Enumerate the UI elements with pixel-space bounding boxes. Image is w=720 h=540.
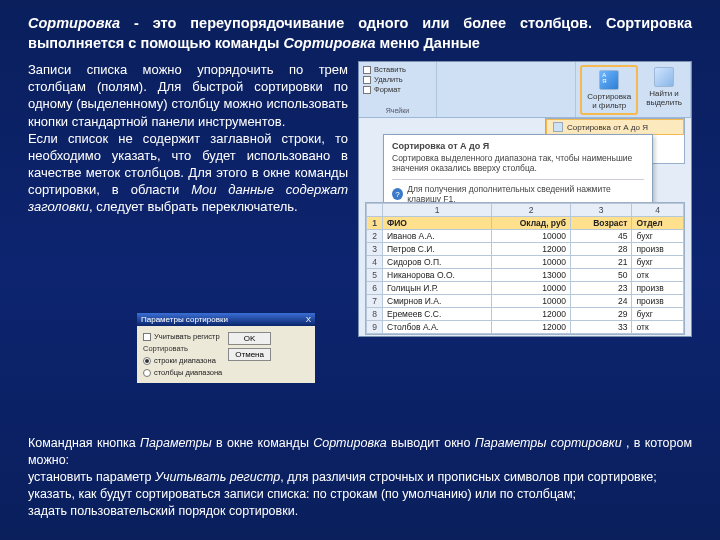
- checkbox-icon: [143, 333, 151, 341]
- ok-button[interactable]: OK: [228, 332, 271, 345]
- tooltip-title: Сортировка от А до Я: [392, 141, 644, 151]
- ribbon-group-label: Ячейки: [363, 107, 432, 114]
- menu-sort-az[interactable]: Сортировка от А до Я: [546, 119, 684, 135]
- title-menu-word: меню: [376, 35, 424, 51]
- radio-icon: [143, 369, 151, 377]
- table-row: 7Смирнов И.А.1000024произв: [367, 295, 684, 308]
- paragraph-2: Если список не содержит заглавной строки…: [28, 130, 348, 216]
- title-menu-name: Данные: [424, 35, 480, 51]
- table-row: 2Иванов А.А.1000045бухг: [367, 230, 684, 243]
- table-row: 3Петров С.И.1200028произв: [367, 243, 684, 256]
- tooltip: Сортировка от А до Я Сортировка выделенн…: [383, 134, 653, 211]
- worksheet: 1 2 3 4 1 ФИО Оклад, руб Возраст Отдел 2…: [365, 202, 685, 335]
- table-row: 9Столбов А.А.1200033отк: [367, 321, 684, 334]
- ribbon-format[interactable]: Формат: [363, 85, 432, 94]
- cols-radio[interactable]: столбцы диапазона: [143, 368, 222, 377]
- ribbon-delete[interactable]: Удалить: [363, 75, 432, 84]
- tooltip-body: Сортировка выделенного диапазона так, чт…: [392, 153, 644, 173]
- ribbon-sort-filter-highlight: Сортировка и фильтр: [580, 65, 638, 115]
- find-icon: [654, 67, 674, 87]
- field-header-row: 1 ФИО Оклад, руб Возраст Отдел: [367, 217, 684, 230]
- case-checkbox[interactable]: Учитывать регистр: [143, 332, 222, 341]
- col-number-row: 1 2 3 4: [367, 204, 684, 217]
- sort-group-label: Сортировать: [143, 344, 222, 353]
- excel-screenshot: Вставить Удалить Формат Ячейки Сортировк…: [358, 61, 692, 337]
- sort-icon: [599, 70, 619, 90]
- ribbon-insert[interactable]: Вставить: [363, 65, 432, 74]
- bottom-text: Командная кнопка Параметры в окне команд…: [28, 435, 692, 519]
- sort-az-icon: [553, 122, 563, 132]
- bottom-line-1: Командная кнопка Параметры в окне команд…: [28, 435, 692, 469]
- table-row: 6Голицын И.Р.1000023произв: [367, 282, 684, 295]
- radio-icon: [143, 357, 151, 365]
- sort-params-dialog: Параметры сортировки X Учитывать регистр…: [136, 312, 316, 384]
- ribbon: Вставить Удалить Формат Ячейки Сортировк…: [359, 62, 691, 118]
- ribbon-spacer: [437, 62, 576, 117]
- ribbon-group-cells: Вставить Удалить Формат Ячейки: [359, 62, 437, 117]
- rows-radio[interactable]: строки диапазона: [143, 356, 222, 365]
- ribbon-find-select-button[interactable]: Найти и выделить: [642, 65, 686, 115]
- dialog-title: Параметры сортировки: [141, 315, 228, 324]
- table-body: 2Иванов А.А.1000045бухг3Петров С.И.12000…: [367, 230, 684, 334]
- tooltip-f1: ? Для получения дополнительных сведений …: [392, 179, 644, 204]
- bottom-line-3: указать, как будут сортироваться записи …: [28, 486, 692, 503]
- bottom-line-2: установить параметр Учитывать регистр, д…: [28, 469, 692, 486]
- table-row: 8Еремеев С.С.1200029бухг: [367, 308, 684, 321]
- paragraph-1: Записи списка можно упорядочить по трем …: [28, 61, 348, 130]
- ribbon-group-editing: Сортировка и фильтр Найти и выделить: [576, 62, 691, 117]
- cancel-button[interactable]: Отмена: [228, 348, 271, 361]
- table-row: 4Сидоров О.П.1000021бухг: [367, 256, 684, 269]
- slide-title: Сортировка - это переупорядочивание одно…: [28, 14, 692, 53]
- help-icon: ?: [392, 188, 403, 200]
- bottom-line-4: задать пользовательский порядок сортиров…: [28, 503, 692, 520]
- dialog-titlebar: Параметры сортировки X: [137, 313, 315, 326]
- title-cmd: Сортировка: [284, 35, 376, 51]
- table-row: 5Никанорова О.О.1300050отк: [367, 269, 684, 282]
- body-text: Записи списка можно упорядочить по трем …: [28, 61, 348, 337]
- title-lead: Сортировка: [28, 15, 120, 31]
- dialog-close-button[interactable]: X: [306, 315, 311, 324]
- ribbon-sort-filter-button[interactable]: Сортировка и фильтр: [583, 68, 635, 112]
- data-table: 1 2 3 4 1 ФИО Оклад, руб Возраст Отдел 2…: [366, 203, 684, 334]
